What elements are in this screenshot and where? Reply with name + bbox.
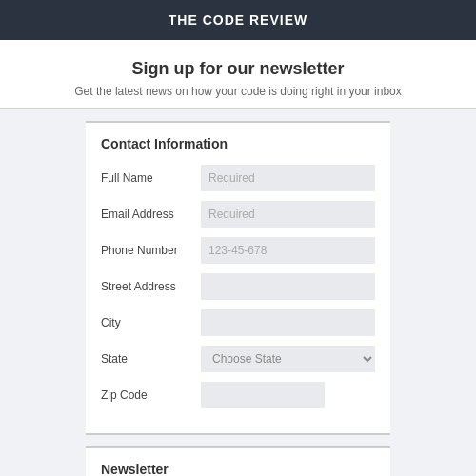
full-name-input[interactable] — [201, 165, 375, 191]
email-label: Email Address — [101, 208, 201, 221]
full-name-row: Full Name — [101, 165, 375, 191]
city-input[interactable] — [201, 309, 375, 336]
street-input[interactable] — [201, 273, 375, 300]
zip-input[interactable] — [201, 382, 325, 408]
contact-section: Contact Information Full Name Email Addr… — [86, 121, 390, 435]
zip-row: Zip Code — [101, 382, 375, 408]
state-label: State — [101, 352, 201, 366]
newsletter-title: Newsletter — [101, 462, 375, 476]
email-input[interactable] — [201, 201, 375, 228]
header-title: THE CODE REVIEW — [169, 12, 307, 28]
phone-input[interactable] — [201, 237, 375, 264]
contact-section-title: Contact Information — [101, 136, 375, 151]
street-label: Street Address — [101, 280, 201, 293]
hero-title: Sign up for our newsletter — [15, 59, 461, 79]
full-name-label: Full Name — [101, 171, 201, 185]
city-label: City — [101, 316, 201, 329]
email-row: Email Address — [101, 201, 375, 228]
hero-section: Sign up for our newsletter Get the lates… — [0, 40, 476, 109]
zip-label: Zip Code — [101, 388, 201, 402]
state-select[interactable]: Choose State Alabama Alaska Arizona Cali… — [201, 346, 375, 372]
city-row: City — [101, 309, 375, 336]
newsletter-section: Newsletter Select the newsletter you wou… — [86, 446, 390, 476]
header: THE CODE REVIEW — [0, 0, 476, 40]
street-row: Street Address — [101, 273, 375, 300]
state-row: State Choose State Alabama Alaska Arizon… — [101, 346, 375, 372]
phone-row: Phone Number — [101, 237, 375, 264]
hero-subtitle: Get the latest news on how your code is … — [15, 85, 461, 98]
phone-label: Phone Number — [101, 244, 201, 257]
